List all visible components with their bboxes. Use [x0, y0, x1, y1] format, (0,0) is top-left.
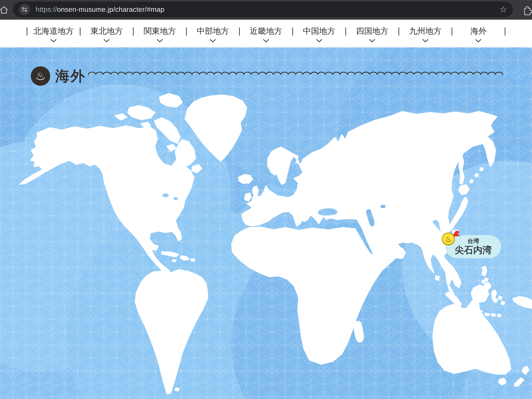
nav-separator: |: [345, 26, 347, 36]
world-map-section: ♨ 海外 台湾 尖石内湾 ♨: [0, 47, 532, 399]
chevron-down-icon: [369, 39, 375, 42]
spot-name-label: 尖石内湾: [445, 244, 501, 256]
chevron-down-icon: [210, 39, 216, 42]
chevron-down-icon: [51, 39, 57, 42]
nav-item-label: 関東地方: [144, 26, 176, 36]
continent-australia: [433, 299, 511, 385]
nav-item-overseas[interactable]: 海外: [453, 26, 504, 42]
nav-item-chugoku[interactable]: 中国地方: [293, 26, 344, 42]
bookmark-star-icon[interactable]: ☆: [500, 5, 507, 14]
extensions-puzzle-icon[interactable]: [521, 4, 532, 16]
nav-separator: |: [504, 26, 506, 36]
onsen-symbol: ♨: [445, 234, 452, 244]
map-marker-onsen[interactable]: ♨: [442, 233, 455, 245]
nav-separator: |: [26, 26, 28, 36]
region-nav: |北海道地方|東北地方|関東地方|中部地方|近畿地方|中国地方|四国地方|九州地…: [0, 20, 532, 47]
nav-item-label: 中国地方: [303, 26, 336, 36]
nav-separator: |: [185, 26, 187, 36]
nav-item-label: 九州地方: [409, 26, 442, 36]
nav-separator: |: [451, 26, 453, 36]
nav-item-hokkaido[interactable]: 北海道地方: [28, 26, 79, 42]
chevron-down-icon: [475, 39, 481, 42]
nav-item-label: 東北地方: [90, 26, 123, 36]
nav-separator: |: [398, 26, 400, 36]
nav-item-kinki[interactable]: 近畿地方: [241, 26, 291, 42]
nav-item-kyushu[interactable]: 九州地方: [400, 26, 451, 42]
islands-caribbean: [161, 252, 195, 262]
onsen-icon: ♨: [31, 66, 50, 86]
nav-item-label: 北海道地方: [33, 26, 74, 36]
url-path: onsen-musume.jp/character/#map: [57, 6, 164, 13]
nav-item-label: 四国地方: [356, 26, 388, 36]
nav-item-label: 中部地方: [196, 26, 229, 36]
onsen-symbol: ♨: [35, 69, 46, 83]
chevron-down-icon: [263, 39, 269, 42]
continent-south-america: [135, 270, 208, 394]
chevron-down-icon: [422, 39, 428, 42]
islands-new-zealand: [514, 366, 529, 386]
nav-separator: |: [132, 26, 134, 36]
island-iceland: [239, 175, 253, 183]
wave-line: [88, 69, 504, 77]
world-map: [0, 47, 532, 399]
overseas-title: 海外: [55, 66, 86, 86]
nav-item-kanto[interactable]: 関東地方: [134, 26, 185, 42]
nav-separator: |: [291, 26, 293, 36]
chevron-down-icon: [104, 39, 110, 42]
url-bar[interactable]: https://onsen-musume.jp/character/#map ☆: [13, 2, 513, 17]
nav-item-label: 海外: [470, 26, 487, 36]
chevron-down-icon: [157, 39, 163, 42]
browser-address-bar: https://onsen-musume.jp/character/#map ☆: [0, 0, 532, 20]
site-info-icon[interactable]: [19, 4, 30, 15]
nav-separator: |: [79, 26, 81, 36]
nav-item-shikoku[interactable]: 四国地方: [347, 26, 398, 42]
overseas-heading: ♨ 海外: [31, 66, 86, 86]
island-madagascar: [354, 322, 363, 342]
home-icon[interactable]: [0, 5, 9, 15]
url-scheme: https://: [36, 6, 57, 13]
nav-item-label: 近畿地方: [250, 26, 282, 36]
nav-item-chubu[interactable]: 中部地方: [187, 26, 238, 42]
nav-item-tohoku[interactable]: 東北地方: [81, 26, 132, 42]
chevron-down-icon: [316, 39, 322, 42]
nav-separator: |: [239, 26, 241, 36]
url-text[interactable]: https://onsen-musume.jp/character/#map: [36, 6, 500, 13]
